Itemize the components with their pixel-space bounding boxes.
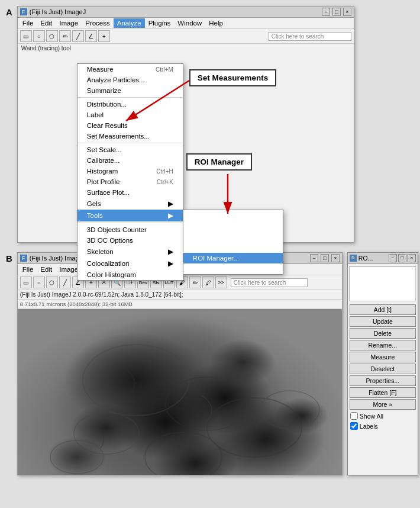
tool-rect-b[interactable]: ▭ xyxy=(20,276,32,288)
search-placeholder-a: Click here to search xyxy=(272,33,324,40)
sep-3 xyxy=(77,223,183,223)
roi-close[interactable]: × xyxy=(408,254,416,262)
roi-show-all-checkbox[interactable] xyxy=(350,412,358,420)
menu-surface-plot[interactable]: Surface Plot... xyxy=(77,187,183,198)
menu-window-a[interactable]: Window xyxy=(174,18,205,28)
tool-rect[interactable]: ▭ xyxy=(20,30,32,42)
menu-measure[interactable]: MeasureCtrl+M xyxy=(77,64,183,75)
menu-clear-results[interactable]: Clear Results xyxy=(77,120,183,131)
close-btn-a[interactable]: × xyxy=(343,8,351,16)
menu-set-scale[interactable]: Set Scale... xyxy=(77,144,183,155)
tool-freehand[interactable]: ✏ xyxy=(59,30,71,42)
callout-roi-manager: ROI Manager xyxy=(186,153,252,171)
tool-oval[interactable]: ○ xyxy=(33,30,45,42)
tool-poly[interactable]: ⬠ xyxy=(46,30,58,42)
dropdown-analyze: MeasureCtrl+M Analyze Particles... Summa… xyxy=(77,63,183,281)
svg-point-10 xyxy=(260,391,319,429)
menu-skeleton[interactable]: Skeleton▶ xyxy=(77,246,183,258)
app-icon-a: F xyxy=(20,8,27,15)
search-box-a[interactable]: Click here to search xyxy=(269,32,351,41)
tool-angle[interactable]: ∠ xyxy=(85,30,97,42)
tools-scale-bar[interactable]: Scale Bar... xyxy=(183,263,283,274)
menu-file-a[interactable]: File xyxy=(19,18,37,28)
menu-image-a[interactable]: Image xyxy=(56,18,82,28)
roi-icon: R xyxy=(350,255,357,262)
app-icon-b: F xyxy=(20,255,27,262)
menu-3d-objects[interactable]: 3D Objects Counter xyxy=(77,224,183,235)
roi-list xyxy=(350,266,416,301)
tools-curve-fitting[interactable]: Curve Fitting... xyxy=(183,242,283,253)
roi-show-all-label: Show All xyxy=(360,413,383,420)
window-b: F (Fiji Is Just) ImageJ − □ × File Edit … xyxy=(17,252,343,475)
menu-plugins-a[interactable]: Plugins xyxy=(145,18,175,28)
cell-overlay xyxy=(18,309,342,475)
menu-tools[interactable]: Tools▶ Save XY Coordinates... Fractal Bo… xyxy=(77,210,183,221)
roi-maximize[interactable]: □ xyxy=(398,254,406,262)
roi-update-btn[interactable]: Update xyxy=(350,316,416,327)
section-b-letter: B xyxy=(6,252,12,475)
roi-labels-checkbox[interactable] xyxy=(350,422,358,430)
svg-point-8 xyxy=(50,441,104,474)
callout-set-measurements: Set Measurements xyxy=(189,69,276,86)
minimize-btn-b[interactable]: − xyxy=(310,254,318,262)
tools-analyze-line[interactable]: Analyze Line Graph xyxy=(183,232,283,242)
svg-point-5 xyxy=(166,377,248,430)
tools-save-xy[interactable]: Save XY Coordinates... xyxy=(183,210,283,221)
menu-process-a[interactable]: Process xyxy=(82,18,114,28)
menu-edit-b[interactable]: Edit xyxy=(37,265,56,274)
menu-label[interactable]: Label xyxy=(77,110,183,120)
roi-delete-btn[interactable]: Delete xyxy=(350,328,416,339)
roi-add-btn[interactable]: Add [t] xyxy=(350,304,416,315)
tool-oval-b[interactable]: ○ xyxy=(33,276,45,288)
svg-point-6 xyxy=(74,413,139,454)
menu-file-b[interactable]: File xyxy=(19,265,37,274)
tool-point[interactable]: + xyxy=(98,30,110,42)
menu-3d-oc[interactable]: 3D OC Options xyxy=(77,235,183,246)
sep-2 xyxy=(77,143,183,143)
minimize-btn-a[interactable]: − xyxy=(322,8,330,16)
menu-edit-a[interactable]: Edit xyxy=(37,18,56,28)
roi-labels-row: Labels xyxy=(348,421,418,431)
svg-point-7 xyxy=(207,398,302,457)
tool-poly-b[interactable]: ⬠ xyxy=(46,276,58,288)
imagename-b: 8.71x8.71 microns (2048x2048); 32-bit 16… xyxy=(18,300,342,309)
search-placeholder-b: Click here to search xyxy=(234,279,286,286)
menu-summarize[interactable]: Summarize xyxy=(77,85,183,96)
tools-submenu: Save XY Coordinates... Fractal Box Count… xyxy=(183,210,283,275)
tools-fractal[interactable]: Fractal Box Count... xyxy=(183,221,283,232)
image-area-b[interactable] xyxy=(18,309,342,475)
menu-set-measurements[interactable]: Set Measurements... xyxy=(77,131,183,142)
maximize-btn-b[interactable]: □ xyxy=(321,254,329,262)
tool-more-b[interactable]: >> xyxy=(215,276,227,288)
roi-minimize[interactable]: − xyxy=(389,254,397,262)
tool-line[interactable]: ╱ xyxy=(72,30,84,42)
roi-flatten-btn[interactable]: Flatten [F] xyxy=(350,387,416,398)
menu-help-a[interactable]: Help xyxy=(205,18,227,28)
search-box-b[interactable]: Click here to search xyxy=(231,278,308,287)
menu-analyze-a[interactable]: Analyze xyxy=(114,18,145,28)
roi-properties-btn[interactable]: Properties... xyxy=(350,375,416,386)
section-a-letter: A xyxy=(6,6,12,243)
tools-roi-manager[interactable]: ROI Manager... xyxy=(183,253,283,263)
roi-show-all-row: Show All xyxy=(348,411,418,421)
menu-colocalization[interactable]: Colocalization▶ xyxy=(77,258,183,269)
roi-more-btn[interactable]: More » xyxy=(350,399,416,410)
close-btn-b[interactable]: × xyxy=(331,254,340,262)
roi-measure-btn[interactable]: Measure xyxy=(350,352,416,362)
analyze-dropdown: MeasureCtrl+M Analyze Particles... Summa… xyxy=(18,53,354,242)
menu-analyze-particles[interactable]: Analyze Particles... xyxy=(77,75,183,85)
tool-pen-b[interactable]: 🖊 xyxy=(202,276,214,288)
maximize-btn-a[interactable]: □ xyxy=(332,8,341,16)
tool-line-b[interactable]: ╱ xyxy=(59,276,71,288)
menu-calibrate[interactable]: Calibrate... xyxy=(77,155,183,166)
menu-plot-profile[interactable]: Plot ProfileCtrl+K xyxy=(77,176,183,187)
statusbar-a: Wand (tracing) tool xyxy=(18,44,354,53)
svg-point-4 xyxy=(83,345,189,416)
tool-edit-b[interactable]: ✏ xyxy=(189,276,201,288)
menu-distribution[interactable]: Distribution... xyxy=(77,99,183,110)
menu-gels[interactable]: Gels▶ xyxy=(77,198,183,210)
menu-color-histogram[interactable]: Color Histogram xyxy=(77,269,183,280)
menu-histogram[interactable]: HistogramCtrl+H xyxy=(77,166,183,176)
roi-deselect-btn[interactable]: Deselect xyxy=(350,364,416,374)
roi-rename-btn[interactable]: Rename... xyxy=(350,340,416,351)
